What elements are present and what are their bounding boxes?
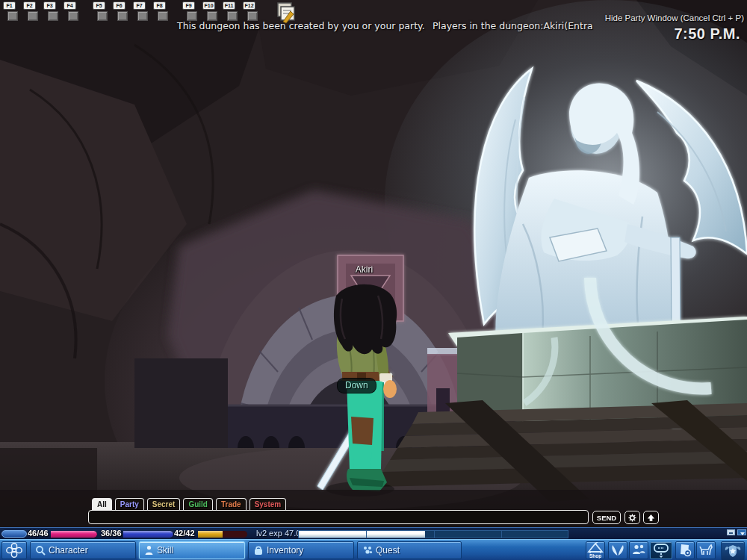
shop-tent-icon: Shop xyxy=(586,542,604,559)
hotkey-slot-f12[interactable]: F12 xyxy=(243,1,261,21)
main-menu-button[interactable] xyxy=(1,541,27,559)
celtic-knot-icon xyxy=(6,543,22,558)
dungeon-notice-text: This dungeon has been created by you or … xyxy=(177,20,425,31)
hotkey-slot-f5[interactable]: F5 xyxy=(93,1,111,21)
inventory-button[interactable]: Inventory xyxy=(248,541,354,559)
chat-send-button[interactable]: SEND xyxy=(592,511,621,524)
dungeon-down-label[interactable]: Down xyxy=(337,378,376,393)
chat-tab-system[interactable]: System xyxy=(249,498,287,510)
stamina-value: 42/42 xyxy=(174,529,195,538)
main-menu-taskbar: Character Skill Inventory Quest xyxy=(0,539,747,560)
hotkey-icon-slot[interactable] xyxy=(48,11,58,21)
status-bar-left-cap xyxy=(1,530,27,538)
wings-icon xyxy=(610,544,626,557)
hotkey-icon-slot[interactable] xyxy=(117,11,128,21)
chat-tab-trade[interactable]: Trade xyxy=(216,498,247,510)
hotkey-icon-slot[interactable] xyxy=(7,11,18,21)
hotkey-slot-f1[interactable]: F1 xyxy=(3,1,21,21)
hotkey-slot-f3[interactable]: F3 xyxy=(43,1,61,21)
game-clock: 7:50 P.M. xyxy=(674,25,740,43)
chat-tab-all[interactable]: All xyxy=(92,498,112,510)
magnifier-icon xyxy=(35,545,46,556)
status-bar: 46/46 36/36 42/42 lv2 exp 47.0% xyxy=(0,527,747,539)
character-button[interactable]: Character xyxy=(30,541,136,559)
guild-crest-button[interactable] xyxy=(721,541,745,560)
gear-icon xyxy=(628,514,636,522)
hotkey-bar: F1 F2 F3 F4 F5 F6 F7 F8 F9 F10 F11 F12 xyxy=(3,1,272,21)
skill-person-icon xyxy=(144,545,154,556)
mp-bar xyxy=(123,531,173,538)
mp-bar-fill xyxy=(123,531,173,538)
chat-tab-secret[interactable]: Secret xyxy=(147,498,181,510)
game-screen: F1 F2 F3 F4 F5 F6 F7 F8 F9 F10 F11 F12 T… xyxy=(0,0,747,560)
quest-paw-icon xyxy=(362,545,373,556)
wings-button[interactable] xyxy=(608,541,627,559)
hud-minimize-button[interactable] xyxy=(727,529,735,535)
hotkey-icon-slot[interactable] xyxy=(28,11,38,21)
map-scroll-icon xyxy=(678,543,692,558)
hotkey-icon-slot[interactable] xyxy=(68,11,78,21)
chat-options-button[interactable] xyxy=(624,511,640,524)
hp-bar-fill xyxy=(51,531,97,538)
quest-button[interactable]: Quest xyxy=(357,541,462,559)
chat-window-button[interactable] xyxy=(650,541,672,559)
skill-button[interactable]: Skill xyxy=(139,541,245,559)
pet-dog-icon xyxy=(698,543,714,558)
party-button[interactable] xyxy=(629,541,648,559)
up-arrow-icon xyxy=(647,514,655,522)
map-scroll-button[interactable] xyxy=(675,541,695,559)
party-people-icon xyxy=(631,544,646,557)
stamina-bar-fill xyxy=(198,531,223,538)
guild-crest-icon xyxy=(723,543,743,559)
hotkey-slot-f2[interactable]: F2 xyxy=(23,1,41,21)
hide-party-window-hint: Hide Party Window (Cancel Ctrl + P) xyxy=(605,13,744,22)
hp-value: 46/46 xyxy=(28,529,49,538)
chat-bubble-icon xyxy=(652,543,670,558)
mp-value: 36/36 xyxy=(101,529,122,538)
chat-tab-guild[interactable]: Guild xyxy=(183,498,213,510)
chat-log-expand-button[interactable] xyxy=(643,511,659,524)
hotkey-slot-f9[interactable]: F9 xyxy=(182,1,200,21)
hotkey-slot-f11[interactable]: F11 xyxy=(223,1,241,21)
chat-tab-party[interactable]: Party xyxy=(115,498,144,510)
hud-collapse-button[interactable] xyxy=(737,529,746,535)
player-name-tag: Akiri xyxy=(332,264,396,275)
hotkey-slot-f8[interactable]: F8 xyxy=(153,1,171,21)
exp-bar xyxy=(298,530,568,538)
exp-bar-fill xyxy=(299,531,425,538)
hotkey-slot-f7[interactable]: F7 xyxy=(133,1,151,21)
pet-button[interactable] xyxy=(696,541,716,559)
chat-input[interactable] xyxy=(88,510,589,524)
hotkey-icon-slot[interactable] xyxy=(97,11,108,21)
players-in-dungeon-text: Players in the dungeon:Akiri(Entra xyxy=(433,20,593,31)
hotkey-icon-slot[interactable] xyxy=(158,11,168,21)
hotkey-slot-f6[interactable]: F6 xyxy=(113,1,131,21)
hp-bar xyxy=(51,531,97,538)
hotkey-slot-f10[interactable]: F10 xyxy=(202,1,220,21)
chat-tab-bar: All Party Secret Guild Trade System xyxy=(92,498,289,510)
hotkey-slot-f4[interactable]: F4 xyxy=(63,1,81,21)
shop-button[interactable]: Shop xyxy=(586,541,605,559)
svg-text:Shop: Shop xyxy=(589,553,601,559)
bag-icon xyxy=(253,545,264,556)
stamina-bar xyxy=(198,531,247,538)
hotkey-icon-slot[interactable] xyxy=(137,11,148,21)
